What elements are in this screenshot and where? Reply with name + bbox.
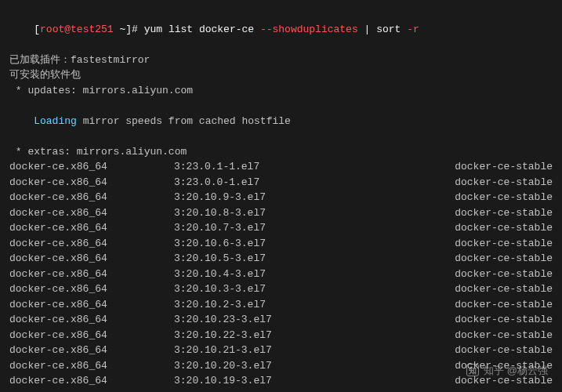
prompt-line[interactable]: [root@test251 ~]# yum list docker-ce --s… xyxy=(9,6,553,53)
prompt-user-host: root@test251 xyxy=(40,24,114,35)
package-version: 3:23.0.0-1.el7 xyxy=(174,175,362,191)
package-row: docker-ce.x86_643:23.0.1-1.el7docker-ce-… xyxy=(9,159,553,175)
package-row: docker-ce.x86_643:20.10.21-3.el7docker-c… xyxy=(9,343,553,358)
prompt-bracket-open: [ xyxy=(34,24,40,35)
zhihu-icon: 知 xyxy=(466,364,479,376)
command-prefix: yum list docker-ce xyxy=(144,24,260,35)
package-version: 3:20.10.2-3.el7 xyxy=(174,297,362,313)
package-row: docker-ce.x86_643:20.10.7-3.el7docker-ce… xyxy=(9,220,553,236)
command-sort-flag: -r xyxy=(407,24,419,35)
package-repo: docker-ce-stable xyxy=(362,328,553,343)
package-repo: docker-ce-stable xyxy=(362,205,553,221)
package-version: 3:20.10.6-3.el7 xyxy=(174,236,362,252)
package-repo: docker-ce-stable xyxy=(362,267,553,282)
package-repo: docker-ce-stable xyxy=(362,312,553,328)
package-repo: docker-ce-stable xyxy=(362,175,553,191)
package-repo: docker-ce-stable xyxy=(362,297,553,313)
package-row: docker-ce.x86_643:20.10.3-3.el7docker-ce… xyxy=(9,281,553,297)
loading-rest: mirror speeds from cached hostfile xyxy=(77,115,291,127)
package-version: 3:20.10.3-3.el7 xyxy=(174,281,362,297)
extras-line: * extras: mirrors.aliyun.com xyxy=(9,144,553,160)
package-name: docker-ce.x86_64 xyxy=(9,267,174,282)
package-repo: docker-ce-stable xyxy=(362,190,553,205)
package-repo: docker-ce-stable xyxy=(362,251,553,267)
package-name: docker-ce.x86_64 xyxy=(9,281,174,297)
package-repo: docker-ce-stable xyxy=(362,220,553,236)
package-row: docker-ce.x86_643:20.10.6-3.el7docker-ce… xyxy=(9,236,553,252)
command-flag: --showduplicates xyxy=(260,24,358,35)
package-repo: docker-ce-stable xyxy=(362,159,553,175)
package-name: docker-ce.x86_64 xyxy=(9,251,174,267)
prompt-path: ~ xyxy=(114,24,126,35)
package-version: 3:20.10.9-3.el7 xyxy=(174,190,362,205)
package-version: 3:20.10.21-3.el7 xyxy=(174,343,362,358)
package-repo: docker-ce-stable xyxy=(362,236,553,252)
package-row: docker-ce.x86_643:20.10.5-3.el7docker-ce… xyxy=(9,251,553,267)
loading-word: Loading xyxy=(34,115,77,127)
package-row: docker-ce.x86_643:20.10.9-3.el7docker-ce… xyxy=(9,190,553,205)
package-name: docker-ce.x86_64 xyxy=(9,159,174,175)
package-version: 3:20.10.5-3.el7 xyxy=(174,251,362,267)
package-name: docker-ce.x86_64 xyxy=(9,190,174,205)
terminal-output: [root@test251 ~]# yum list docker-ce --s… xyxy=(9,6,553,392)
package-row: docker-ce.x86_643:20.10.4-3.el7docker-ce… xyxy=(9,267,553,282)
package-row: docker-ce.x86_643:20.10.18-3.el7docker-c… xyxy=(9,389,553,393)
package-repo: docker-ce-stable xyxy=(362,281,553,297)
package-name: docker-ce.x86_64 xyxy=(9,220,174,236)
package-repo: docker-ce-stable xyxy=(362,343,553,358)
package-version: 3:20.10.4-3.el7 xyxy=(174,267,362,282)
package-version: 3:20.10.20-3.el7 xyxy=(174,358,362,374)
package-row: docker-ce.x86_643:20.10.2-3.el7docker-ce… xyxy=(9,297,553,313)
package-version: 3:20.10.7-3.el7 xyxy=(174,220,362,236)
package-name: docker-ce.x86_64 xyxy=(9,236,174,252)
package-version: 3:20.10.23-3.el7 xyxy=(174,312,362,328)
package-version: 3:20.10.18-3.el7 xyxy=(174,389,362,393)
plugins-line: 已加载插件：fastestmirror xyxy=(9,53,553,68)
watermark: 知 知乎 @杨云强 xyxy=(466,363,548,379)
command-suffix: | sort xyxy=(358,24,407,35)
prompt-bracket-close: ]# xyxy=(125,24,143,35)
package-name: docker-ce.x86_64 xyxy=(9,312,174,328)
package-version: 3:20.10.19-3.el7 xyxy=(174,373,362,389)
updates-line: * updates: mirrors.aliyun.com xyxy=(9,83,553,99)
loading-line: Loading mirror speeds from cached hostfi… xyxy=(9,98,553,144)
package-name: docker-ce.x86_64 xyxy=(9,205,174,221)
package-repo: docker-ce-stable xyxy=(362,389,553,393)
package-name: docker-ce.x86_64 xyxy=(9,343,174,358)
package-version: 3:20.10.8-3.el7 xyxy=(174,205,362,221)
package-name: docker-ce.x86_64 xyxy=(9,328,174,343)
available-line: 可安装的软件包 xyxy=(9,67,553,83)
package-version: 3:20.10.22-3.el7 xyxy=(174,328,362,343)
package-version: 3:23.0.1-1.el7 xyxy=(174,159,362,175)
package-row: docker-ce.x86_643:20.10.23-3.el7docker-c… xyxy=(9,312,553,328)
watermark-text: 知乎 @杨云强 xyxy=(484,363,548,379)
package-name: docker-ce.x86_64 xyxy=(9,175,174,191)
package-row: docker-ce.x86_643:23.0.0-1.el7docker-ce-… xyxy=(9,175,553,191)
package-row: docker-ce.x86_643:20.10.22-3.el7docker-c… xyxy=(9,328,553,343)
package-row: docker-ce.x86_643:20.10.8-3.el7docker-ce… xyxy=(9,205,553,221)
package-name: docker-ce.x86_64 xyxy=(9,297,174,313)
package-name: docker-ce.x86_64 xyxy=(9,358,174,374)
package-name: docker-ce.x86_64 xyxy=(9,389,174,393)
package-name: docker-ce.x86_64 xyxy=(9,373,174,389)
package-list: docker-ce.x86_643:23.0.1-1.el7docker-ce-… xyxy=(9,159,553,392)
